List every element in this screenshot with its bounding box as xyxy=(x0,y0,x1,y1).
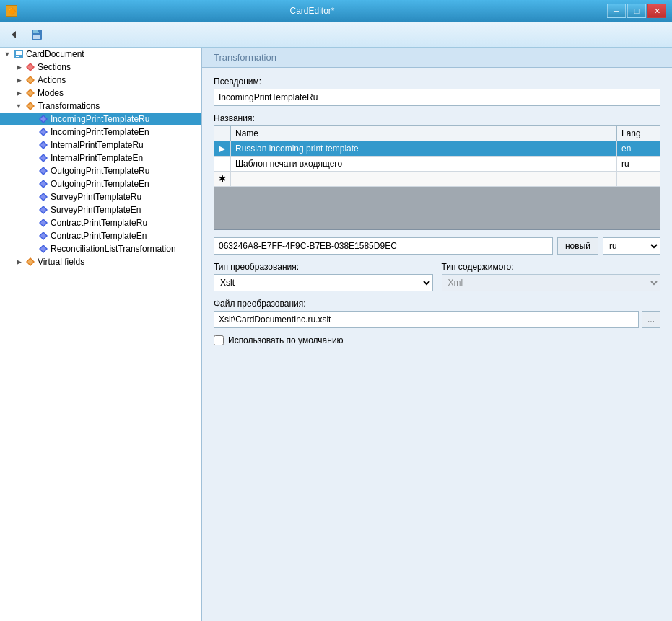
col-arrow xyxy=(214,126,231,141)
row-arrow: ▶ xyxy=(214,141,231,157)
type-row: Тип преобразования: Xslt Тип содержимого… xyxy=(214,262,660,291)
tree-item-actions[interactable]: ▶ Actions xyxy=(0,74,201,87)
actions-expand[interactable]: ▶ xyxy=(13,74,25,86)
tree-item-outgoing-en[interactable]: OutgoingPrintTemplateEn xyxy=(0,177,201,190)
transformations-label: Transformations xyxy=(38,101,100,111)
tree-item-incoming-en[interactable]: IncomingPrintTemplateEn xyxy=(0,125,201,138)
file-input[interactable] xyxy=(214,311,639,328)
transform-type-label: Тип преобразования: xyxy=(214,262,433,272)
transform-type-select[interactable]: Xslt xyxy=(214,274,433,291)
tree-item-reconciliation[interactable]: ReconciliationListTransformation xyxy=(0,242,201,255)
tree-item-incoming-ru[interactable]: IncomingPrintTemplateRu xyxy=(0,113,201,125)
modes-expand[interactable]: ▶ xyxy=(13,87,25,99)
row-name-2[interactable]: Шаблон печати входящего xyxy=(231,157,617,172)
svg-marker-0 xyxy=(12,31,16,38)
save-button[interactable] xyxy=(27,25,46,44)
actions-label: Actions xyxy=(38,75,66,85)
browse-button[interactable]: ... xyxy=(642,311,660,328)
tree-item-internal-en[interactable]: InternalPrintTemplateEn xyxy=(0,151,201,164)
carddocument-icon xyxy=(13,48,25,60)
names-group: Названия: Name Lang xyxy=(214,113,660,230)
row-arrow-2 xyxy=(214,157,231,172)
modes-icon xyxy=(25,87,36,99)
back-icon xyxy=(10,30,20,40)
internal-ru-label: InternalPrintTemplateRu xyxy=(51,140,144,150)
internal-en-icon xyxy=(38,152,49,164)
new-row-lang[interactable] xyxy=(617,172,660,187)
table-row[interactable]: Шаблон печати входящего ru xyxy=(214,157,660,172)
default-checkbox[interactable] xyxy=(214,335,224,345)
row-lang-1[interactable]: en xyxy=(617,141,660,157)
tree-item-contract-en[interactable]: ContractPrintTemplateEn xyxy=(0,229,201,242)
svg-rect-8 xyxy=(16,56,19,57)
survey-en-icon xyxy=(38,204,49,216)
row-lang-2[interactable]: ru xyxy=(617,157,660,172)
sections-icon xyxy=(25,61,36,73)
content-type-group: Тип содержимого: Xml xyxy=(442,262,661,291)
tree-item-internal-ru[interactable]: InternalPrintTemplateRu xyxy=(0,138,201,151)
outgoing-en-label: OutgoingPrintTemplateEn xyxy=(51,179,149,189)
virtual-expand[interactable]: ▶ xyxy=(13,256,25,268)
row-name-1[interactable]: Russian incoming print template xyxy=(231,141,617,157)
default-checkbox-row: Использовать по умолчанию xyxy=(214,335,660,345)
file-row: ... xyxy=(214,311,660,328)
default-checkbox-label: Использовать по умолчанию xyxy=(228,335,344,345)
reconciliation-icon xyxy=(38,243,49,255)
internal-en-label: InternalPrintTemplateEn xyxy=(51,153,143,163)
tree-item-modes[interactable]: ▶ Modes xyxy=(0,87,201,100)
alias-label: Псевдоним: xyxy=(214,76,660,87)
content-panel: Transformation Псевдоним: Названия: xyxy=(202,48,672,621)
tree-item-sections[interactable]: ▶ Sections xyxy=(0,61,201,74)
tree-item-transformations[interactable]: ▼ Transformations xyxy=(0,100,201,113)
transform-type-group: Тип преобразования: Xslt xyxy=(214,262,433,291)
minimize-button[interactable]: ─ xyxy=(607,4,626,18)
file-label: Файл преобразования: xyxy=(214,299,660,309)
virtual-fields-icon xyxy=(25,256,36,268)
modes-label: Modes xyxy=(38,88,64,98)
actions-icon xyxy=(25,74,36,86)
title-bar: 🔶 CardEditor* ─ □ ✕ xyxy=(0,0,672,22)
new-table-row[interactable]: ✱ xyxy=(214,172,660,187)
expand-icon[interactable]: ▼ xyxy=(1,48,13,60)
contract-en-icon xyxy=(38,230,49,242)
contract-ru-label: ContractPrintTemplateRu xyxy=(51,218,147,228)
new-row-name[interactable] xyxy=(231,172,617,187)
incoming-ru-icon xyxy=(38,113,49,125)
tree-item-virtual-fields[interactable]: ▶ Virtual fields xyxy=(0,255,201,268)
virtual-fields-label: Virtual fields xyxy=(38,257,84,267)
new-row-star: ✱ xyxy=(214,172,231,187)
lang-select[interactable]: ru en xyxy=(603,237,660,255)
tree-item-survey-ru[interactable]: SurveyPrintTemplateRu xyxy=(0,190,201,203)
tree-panel[interactable]: ▼ CardDocument ▶ Sections xyxy=(0,48,202,621)
uuid-input[interactable] xyxy=(214,237,553,255)
transformations-expand[interactable]: ▼ xyxy=(13,100,25,112)
toolbar xyxy=(0,22,672,48)
tree-item-carddocument[interactable]: ▼ CardDocument xyxy=(0,48,201,61)
new-button[interactable]: новый xyxy=(557,237,598,255)
window-controls: ─ □ ✕ xyxy=(607,4,666,18)
tree-item-survey-en[interactable]: SurveyPrintTemplateEn xyxy=(0,203,201,216)
section-title: Transformation xyxy=(202,48,672,68)
content-type-select[interactable]: Xml xyxy=(442,274,661,291)
app-icon: 🔶 xyxy=(6,5,17,17)
sections-expand[interactable]: ▶ xyxy=(13,61,25,73)
tree-item-contract-ru[interactable]: ContractPrintTemplateRu xyxy=(0,216,201,229)
survey-ru-icon xyxy=(38,191,49,203)
col-name: Name xyxy=(231,126,617,141)
alias-input[interactable] xyxy=(214,89,660,106)
leaf-spacer xyxy=(26,113,38,125)
back-button[interactable] xyxy=(6,25,25,44)
internal-ru-icon xyxy=(38,139,49,151)
reconciliation-label: ReconciliationListTransformation xyxy=(51,244,176,254)
incoming-en-label: IncomingPrintTemplateEn xyxy=(51,127,149,137)
tree-item-outgoing-ru[interactable]: OutgoingPrintTemplateRu xyxy=(0,164,201,177)
maximize-button[interactable]: □ xyxy=(627,4,646,18)
svg-rect-3 xyxy=(33,35,40,39)
main-layout: ▼ CardDocument ▶ Sections xyxy=(0,48,672,621)
close-button[interactable]: ✕ xyxy=(647,4,666,18)
outgoing-en-icon xyxy=(38,178,49,190)
uuid-row: новый ru en xyxy=(214,237,660,255)
table-row[interactable]: ▶ Russian incoming print template en xyxy=(214,141,660,157)
transformations-icon xyxy=(25,100,36,112)
svg-rect-7 xyxy=(16,53,22,55)
